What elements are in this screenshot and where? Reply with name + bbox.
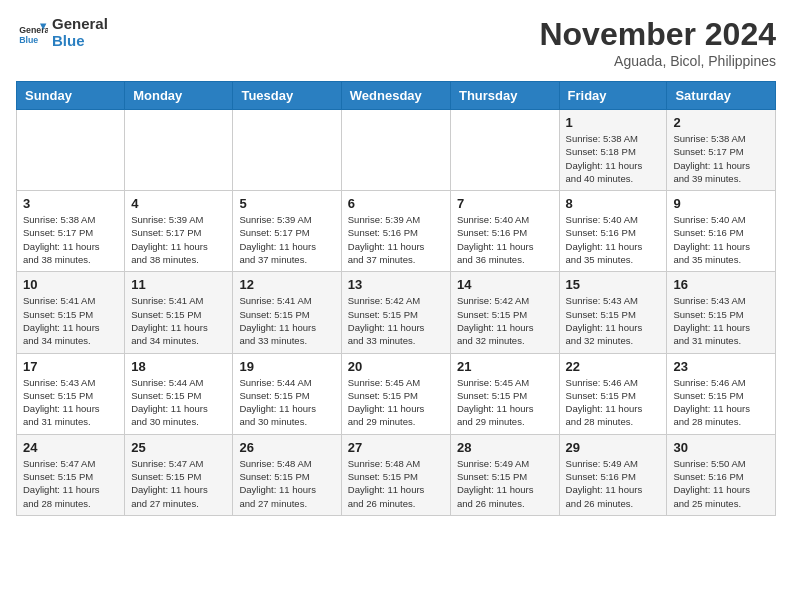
calendar-cell: 27Sunrise: 5:48 AM Sunset: 5:15 PM Dayli… [341, 434, 450, 515]
logo-text-line2: Blue [52, 33, 108, 50]
day-number: 3 [23, 196, 118, 211]
location-subtitle: Aguada, Bicol, Philippines [539, 53, 776, 69]
day-number: 28 [457, 440, 553, 455]
calendar-cell: 1Sunrise: 5:38 AM Sunset: 5:18 PM Daylig… [559, 110, 667, 191]
calendar-cell: 21Sunrise: 5:45 AM Sunset: 5:15 PM Dayli… [450, 353, 559, 434]
day-number: 12 [239, 277, 334, 292]
day-number: 24 [23, 440, 118, 455]
day-info: Sunrise: 5:39 AM Sunset: 5:16 PM Dayligh… [348, 213, 444, 266]
calendar-week-row: 24Sunrise: 5:47 AM Sunset: 5:15 PM Dayli… [17, 434, 776, 515]
calendar-cell [233, 110, 341, 191]
day-info: Sunrise: 5:42 AM Sunset: 5:15 PM Dayligh… [348, 294, 444, 347]
day-info: Sunrise: 5:44 AM Sunset: 5:15 PM Dayligh… [239, 376, 334, 429]
day-number: 6 [348, 196, 444, 211]
weekday-header-sunday: Sunday [17, 82, 125, 110]
day-number: 4 [131, 196, 226, 211]
day-info: Sunrise: 5:40 AM Sunset: 5:16 PM Dayligh… [457, 213, 553, 266]
day-info: Sunrise: 5:47 AM Sunset: 5:15 PM Dayligh… [131, 457, 226, 510]
calendar-cell: 24Sunrise: 5:47 AM Sunset: 5:15 PM Dayli… [17, 434, 125, 515]
title-block: November 2024 Aguada, Bicol, Philippines [539, 16, 776, 69]
calendar-cell: 2Sunrise: 5:38 AM Sunset: 5:17 PM Daylig… [667, 110, 776, 191]
day-info: Sunrise: 5:49 AM Sunset: 5:16 PM Dayligh… [566, 457, 661, 510]
day-info: Sunrise: 5:45 AM Sunset: 5:15 PM Dayligh… [457, 376, 553, 429]
day-info: Sunrise: 5:48 AM Sunset: 5:15 PM Dayligh… [239, 457, 334, 510]
calendar-cell: 26Sunrise: 5:48 AM Sunset: 5:15 PM Dayli… [233, 434, 341, 515]
calendar-week-row: 1Sunrise: 5:38 AM Sunset: 5:18 PM Daylig… [17, 110, 776, 191]
calendar-week-row: 17Sunrise: 5:43 AM Sunset: 5:15 PM Dayli… [17, 353, 776, 434]
day-number: 19 [239, 359, 334, 374]
day-number: 1 [566, 115, 661, 130]
calendar-cell: 29Sunrise: 5:49 AM Sunset: 5:16 PM Dayli… [559, 434, 667, 515]
page-header: General Blue General Blue November 2024 … [16, 16, 776, 69]
day-info: Sunrise: 5:43 AM Sunset: 5:15 PM Dayligh… [566, 294, 661, 347]
day-info: Sunrise: 5:43 AM Sunset: 5:15 PM Dayligh… [673, 294, 769, 347]
day-number: 21 [457, 359, 553, 374]
day-number: 15 [566, 277, 661, 292]
logo-icon: General Blue [16, 17, 48, 49]
day-number: 18 [131, 359, 226, 374]
weekday-header-thursday: Thursday [450, 82, 559, 110]
day-info: Sunrise: 5:41 AM Sunset: 5:15 PM Dayligh… [23, 294, 118, 347]
day-info: Sunrise: 5:40 AM Sunset: 5:16 PM Dayligh… [566, 213, 661, 266]
day-number: 5 [239, 196, 334, 211]
calendar-cell: 9Sunrise: 5:40 AM Sunset: 5:16 PM Daylig… [667, 191, 776, 272]
calendar-cell: 19Sunrise: 5:44 AM Sunset: 5:15 PM Dayli… [233, 353, 341, 434]
calendar-cell: 18Sunrise: 5:44 AM Sunset: 5:15 PM Dayli… [125, 353, 233, 434]
day-number: 25 [131, 440, 226, 455]
day-info: Sunrise: 5:38 AM Sunset: 5:17 PM Dayligh… [673, 132, 769, 185]
day-info: Sunrise: 5:41 AM Sunset: 5:15 PM Dayligh… [131, 294, 226, 347]
calendar-cell: 3Sunrise: 5:38 AM Sunset: 5:17 PM Daylig… [17, 191, 125, 272]
calendar-cell: 7Sunrise: 5:40 AM Sunset: 5:16 PM Daylig… [450, 191, 559, 272]
logo-text-line1: General [52, 16, 108, 33]
day-number: 29 [566, 440, 661, 455]
day-info: Sunrise: 5:39 AM Sunset: 5:17 PM Dayligh… [131, 213, 226, 266]
day-number: 27 [348, 440, 444, 455]
day-number: 9 [673, 196, 769, 211]
weekday-header-tuesday: Tuesday [233, 82, 341, 110]
day-number: 13 [348, 277, 444, 292]
calendar-cell: 17Sunrise: 5:43 AM Sunset: 5:15 PM Dayli… [17, 353, 125, 434]
day-info: Sunrise: 5:46 AM Sunset: 5:15 PM Dayligh… [673, 376, 769, 429]
month-year-title: November 2024 [539, 16, 776, 53]
weekday-header-row: SundayMondayTuesdayWednesdayThursdayFrid… [17, 82, 776, 110]
day-info: Sunrise: 5:41 AM Sunset: 5:15 PM Dayligh… [239, 294, 334, 347]
day-number: 26 [239, 440, 334, 455]
calendar-cell: 22Sunrise: 5:46 AM Sunset: 5:15 PM Dayli… [559, 353, 667, 434]
day-info: Sunrise: 5:43 AM Sunset: 5:15 PM Dayligh… [23, 376, 118, 429]
day-number: 8 [566, 196, 661, 211]
calendar-cell: 30Sunrise: 5:50 AM Sunset: 5:16 PM Dayli… [667, 434, 776, 515]
day-number: 20 [348, 359, 444, 374]
calendar-cell [450, 110, 559, 191]
calendar-cell: 25Sunrise: 5:47 AM Sunset: 5:15 PM Dayli… [125, 434, 233, 515]
weekday-header-wednesday: Wednesday [341, 82, 450, 110]
day-info: Sunrise: 5:40 AM Sunset: 5:16 PM Dayligh… [673, 213, 769, 266]
calendar-cell: 15Sunrise: 5:43 AM Sunset: 5:15 PM Dayli… [559, 272, 667, 353]
calendar-week-row: 10Sunrise: 5:41 AM Sunset: 5:15 PM Dayli… [17, 272, 776, 353]
day-number: 10 [23, 277, 118, 292]
calendar-cell: 10Sunrise: 5:41 AM Sunset: 5:15 PM Dayli… [17, 272, 125, 353]
day-info: Sunrise: 5:44 AM Sunset: 5:15 PM Dayligh… [131, 376, 226, 429]
calendar-cell: 12Sunrise: 5:41 AM Sunset: 5:15 PM Dayli… [233, 272, 341, 353]
calendar-cell: 6Sunrise: 5:39 AM Sunset: 5:16 PM Daylig… [341, 191, 450, 272]
day-info: Sunrise: 5:46 AM Sunset: 5:15 PM Dayligh… [566, 376, 661, 429]
weekday-header-monday: Monday [125, 82, 233, 110]
logo: General Blue General Blue [16, 16, 108, 49]
calendar-cell: 14Sunrise: 5:42 AM Sunset: 5:15 PM Dayli… [450, 272, 559, 353]
calendar-cell [341, 110, 450, 191]
day-number: 14 [457, 277, 553, 292]
day-info: Sunrise: 5:48 AM Sunset: 5:15 PM Dayligh… [348, 457, 444, 510]
day-number: 23 [673, 359, 769, 374]
day-info: Sunrise: 5:38 AM Sunset: 5:18 PM Dayligh… [566, 132, 661, 185]
calendar-cell: 28Sunrise: 5:49 AM Sunset: 5:15 PM Dayli… [450, 434, 559, 515]
calendar-table: SundayMondayTuesdayWednesdayThursdayFrid… [16, 81, 776, 516]
calendar-cell: 8Sunrise: 5:40 AM Sunset: 5:16 PM Daylig… [559, 191, 667, 272]
svg-text:Blue: Blue [19, 34, 38, 44]
calendar-cell: 13Sunrise: 5:42 AM Sunset: 5:15 PM Dayli… [341, 272, 450, 353]
day-number: 7 [457, 196, 553, 211]
calendar-cell [125, 110, 233, 191]
calendar-cell: 4Sunrise: 5:39 AM Sunset: 5:17 PM Daylig… [125, 191, 233, 272]
weekday-header-saturday: Saturday [667, 82, 776, 110]
calendar-cell: 5Sunrise: 5:39 AM Sunset: 5:17 PM Daylig… [233, 191, 341, 272]
day-info: Sunrise: 5:38 AM Sunset: 5:17 PM Dayligh… [23, 213, 118, 266]
day-info: Sunrise: 5:42 AM Sunset: 5:15 PM Dayligh… [457, 294, 553, 347]
